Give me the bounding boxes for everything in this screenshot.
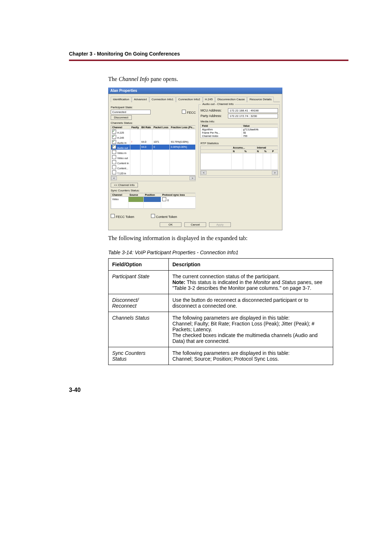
col-bitrate: Bit Rate — [140, 125, 152, 129]
checkbox-icon[interactable] — [112, 155, 116, 159]
sync-counters-table: Channel Source Position Protocol sync lo… — [111, 193, 196, 209]
scroll-left-icon[interactable]: < — [111, 176, 117, 180]
table-row: Channel Index799 — [201, 134, 278, 138]
field-cell: Sync CountersStatus — [109, 347, 169, 365]
intro-post: pane opens. — [149, 76, 178, 82]
col-channel: Channel — [111, 125, 130, 129]
col-packetloss: Packet Loss — [152, 125, 170, 129]
apply-button[interactable]: Apply — [209, 222, 231, 227]
channel-info-button[interactable]: << Channel Info — [111, 183, 138, 187]
fecc-label: FECC — [187, 111, 196, 114]
content-token-checkbox[interactable] — [151, 214, 155, 218]
desc-cell: The following parameters are displayed i… — [169, 347, 333, 365]
party-address-label: Party Address: — [200, 114, 226, 118]
table-row: Disconnect/Reconnect Use the button do r… — [109, 294, 333, 312]
tab-resource-details[interactable]: Resource Details — [247, 97, 274, 102]
tab-h245[interactable]: H.245 — [203, 97, 215, 102]
content-token-label: Content Token — [156, 215, 177, 219]
field-cell: Participant State — [109, 270, 169, 294]
ok-button[interactable]: OK — [160, 222, 181, 227]
field-cell: Disconnect/Reconnect — [109, 294, 169, 312]
scroll-right-icon[interactable]: > — [272, 171, 278, 175]
intro-em: Channel Info — [119, 76, 149, 82]
horizontal-scrollbar[interactable]: < > — [200, 170, 278, 176]
followup-text: The following information is displayed i… — [108, 235, 348, 242]
table-row[interactable]: Video out — [111, 155, 196, 160]
channels-status-label: Channels Status: — [111, 121, 196, 125]
checkbox-icon[interactable] — [112, 140, 116, 144]
horizontal-scrollbar[interactable]: < > — [111, 175, 196, 181]
mcu-address-label: MCU Address: — [200, 109, 226, 112]
table-row[interactable]: T.120 in — [111, 170, 196, 175]
dialog-titlebar: Alan Properties — [108, 88, 282, 94]
checkbox-icon[interactable] — [112, 160, 116, 164]
rtp-statistics-label: RTP Statistics — [200, 142, 278, 145]
table-row[interactable]: Content in — [111, 160, 196, 165]
col-faulty: Faulty — [130, 125, 140, 129]
checkbox-icon[interactable] — [112, 165, 116, 169]
table-row: Channels Status The following parameters… — [109, 312, 333, 347]
description-table: Field/Option Description Participant Sta… — [108, 258, 333, 365]
rtp-statistics-table: Accumu... Interval N % N % P — [200, 146, 278, 170]
chapter-header: Chapter 3 - Monitoring On Going Conferen… — [69, 51, 348, 57]
col-fractionloss: Fraction Loss (Pe... — [170, 125, 196, 129]
checkbox-icon[interactable] — [112, 135, 116, 139]
checkbox-icon[interactable] — [112, 145, 116, 149]
table-row[interactable]: H.225 — [111, 129, 196, 134]
table-row: Frame Per Pa...40 — [201, 131, 278, 134]
media-info-table: FieldValue Algorithmg711Ulaw64k Frame Pe… — [200, 124, 278, 138]
fecc-token-label: FECC Token — [116, 215, 134, 219]
media-info-label: Media Info: — [200, 120, 278, 123]
checkbox-icon — [162, 197, 166, 201]
checkbox-icon[interactable] — [112, 170, 116, 174]
field-cell: Channels Status — [109, 312, 169, 347]
intro-pre: The — [108, 76, 119, 82]
table-row[interactable]: Video in — [111, 150, 196, 155]
table-row: Sync CountersStatus The following parame… — [109, 347, 333, 365]
page-number: 3-40 — [69, 387, 348, 393]
header-divider — [69, 60, 348, 61]
table-row[interactable]: Video 0 — [111, 197, 196, 202]
table-row: Participant State The current connection… — [109, 270, 333, 294]
sync-counters-label: Sync Counters Status: — [111, 189, 196, 192]
intro-text: The Channel Info pane opens. — [108, 76, 348, 83]
tab-connection-info1[interactable]: Connection Info1 — [150, 97, 176, 102]
fecc-token-checkbox[interactable] — [111, 214, 115, 218]
properties-dialog: Alan Properties Identification Advanced … — [108, 88, 282, 230]
cancel-button[interactable]: Cancel — [184, 222, 206, 227]
participant-state-label: Participant State: — [111, 106, 196, 109]
table-row[interactable]: Audio out64.000.00%(0.00%) — [111, 145, 196, 150]
channel-info-group: Audio out - Channel Info MCU Address: Pa… — [199, 104, 280, 178]
col-field-option: Field/Option — [109, 258, 169, 270]
table-row[interactable]: H.245 — [111, 134, 196, 139]
table-row[interactable]: Content... — [111, 165, 196, 170]
channels-status-table: Channel Faulty Bit Rate Packet Loss Frac… — [111, 125, 196, 175]
party-address-input[interactable] — [228, 114, 278, 118]
disconnect-button[interactable]: Disconnect — [111, 115, 132, 120]
desc-cell: The current connection status of the par… — [169, 270, 333, 294]
participant-state-input[interactable] — [111, 110, 151, 114]
fecc-checkbox[interactable] — [182, 110, 186, 114]
table-row[interactable]: Audio in!64.0107193.75%(0.00%) — [111, 139, 196, 145]
desc-cell: Use the button do reconnect a disconnect… — [169, 294, 333, 312]
scroll-right-icon[interactable]: > — [189, 176, 195, 180]
table-row: Algorithmg711Ulaw64k — [201, 127, 278, 131]
tab-connection-info2[interactable]: Connection Info2 — [176, 97, 203, 102]
tab-disconnection-cause[interactable]: Disconnection Cause — [215, 97, 247, 102]
col-description: Description — [169, 258, 333, 270]
tab-advanced[interactable]: Advanced — [132, 97, 149, 102]
mcu-address-input[interactable] — [228, 108, 278, 113]
scroll-left-icon[interactable]: < — [201, 171, 207, 175]
table-caption: Table 3-14: VoIP Participant Properties … — [108, 250, 348, 255]
desc-cell: The following parameters are displayed i… — [169, 312, 333, 347]
tab-identification[interactable]: Identification — [111, 97, 131, 102]
channel-info-group-title: Audio out - Channel Info — [201, 102, 234, 106]
checkbox-icon[interactable] — [112, 150, 116, 154]
dialog-tabs: Identification Advanced Connection Info1… — [111, 96, 280, 102]
checkbox-icon[interactable] — [112, 130, 116, 134]
